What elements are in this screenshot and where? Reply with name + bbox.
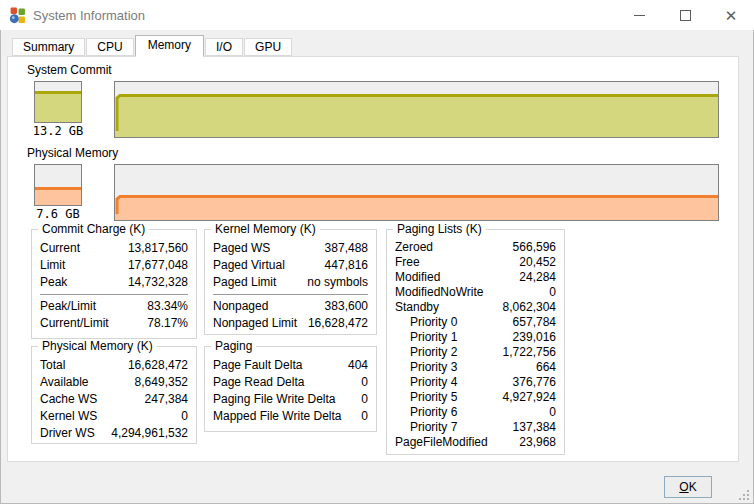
- stat-row: Available8,649,352: [36, 374, 192, 391]
- stat-row: Limit17,677,048: [36, 257, 192, 274]
- physical-memory-group-title: Physical Memory (K): [38, 339, 157, 353]
- stat-row: Paging File Write Delta0: [209, 391, 372, 408]
- stat-row: Cache WS247,384: [36, 391, 192, 408]
- stat-label: Standby: [395, 300, 439, 315]
- stat-row: Driver WS4,294,961,532: [36, 425, 192, 442]
- stat-value: 20,452: [519, 255, 556, 270]
- stat-label: Free: [395, 255, 420, 270]
- paging-rows: Page Fault Delta404Page Read Delta0Pagin…: [205, 347, 376, 425]
- tab-summary[interactable]: Summary: [12, 38, 85, 56]
- stat-label: Limit: [40, 257, 65, 274]
- stat-label: Paged WS: [213, 240, 270, 257]
- minimize-button[interactable]: [616, 0, 662, 30]
- stat-label: Priority 2: [395, 345, 457, 360]
- physical-memory-gauge-fill: [35, 187, 81, 205]
- stat-value: 0: [361, 408, 368, 425]
- system-commit-gauge-fill: [35, 91, 81, 122]
- stat-row: ModifiedNoWrite0: [391, 285, 560, 300]
- stat-value: 447,816: [325, 257, 368, 274]
- stat-value: no symbols: [307, 274, 368, 291]
- commit-charge-rows: Current13,817,560Limit17,677,048Peak14,7…: [32, 230, 196, 332]
- stat-label: Paging File Write Delta: [213, 391, 336, 408]
- stat-value: 387,488: [325, 240, 368, 257]
- ok-button[interactable]: OK: [664, 476, 712, 498]
- stat-label: PageFileModified: [395, 435, 488, 450]
- stat-row: Priority 7137,384: [391, 420, 560, 435]
- physical-memory-value: 7.6 GB: [25, 207, 91, 221]
- stat-row: Standby8,062,304: [391, 300, 560, 315]
- physical-memory-rows: Total16,628,472Available8,649,352Cache W…: [32, 347, 196, 442]
- stat-label: Priority 0: [395, 315, 457, 330]
- stat-row: Page Fault Delta404: [209, 357, 372, 374]
- tab-io[interactable]: I/O: [205, 38, 243, 56]
- paging-lists-rows: Zeroed566,596Free20,452Modified24,284Mod…: [387, 230, 564, 450]
- stat-value: 8,062,304: [503, 300, 556, 315]
- stat-label: Peak/Limit: [40, 298, 96, 315]
- stat-label: Peak: [40, 274, 67, 291]
- stat-value: 4,294,961,532: [111, 425, 188, 442]
- stat-value: 16,628,472: [308, 315, 368, 332]
- stat-label: Priority 3: [395, 360, 457, 375]
- divider: [213, 294, 368, 295]
- commit-charge-group: Commit Charge (K) Current13,817,560Limit…: [31, 229, 197, 339]
- tab-strip: Summary CPU Memory I/O GPU: [12, 35, 293, 57]
- stat-row: Page Read Delta0: [209, 374, 372, 391]
- tab-gpu[interactable]: GPU: [244, 38, 292, 56]
- stat-row: Priority 54,927,924: [391, 390, 560, 405]
- paging-lists-group: Paging Lists (K) Zeroed566,596Free20,452…: [386, 229, 565, 455]
- system-commit-value: 13.2 GB: [25, 124, 91, 138]
- stat-value: 16,628,472: [128, 357, 188, 374]
- stat-row: Kernel WS0: [36, 408, 192, 425]
- stat-value: 657,784: [513, 315, 556, 330]
- stat-value: 0: [361, 374, 368, 391]
- system-information-window: System Information ✕ Summary CPU Memory …: [0, 0, 754, 504]
- stat-row: Priority 0657,784: [391, 315, 560, 330]
- app-icon: [9, 7, 26, 24]
- ok-button-rest: K: [689, 480, 697, 494]
- stat-label: Priority 4: [395, 375, 457, 390]
- stat-value: 4,927,924: [503, 390, 556, 405]
- stat-label: Priority 5: [395, 390, 457, 405]
- stat-row: Priority 60: [391, 405, 560, 420]
- stat-label: Nonpaged Limit: [213, 315, 297, 332]
- stat-row: Priority 1239,016: [391, 330, 560, 345]
- system-commit-label: System Commit: [27, 63, 112, 77]
- resize-grip[interactable]: [739, 490, 749, 500]
- maximize-icon: [680, 10, 691, 21]
- physical-memory-group: Physical Memory (K) Total16,628,472Avail…: [31, 346, 197, 444]
- stat-row: Free20,452: [391, 255, 560, 270]
- maximize-button[interactable]: [662, 0, 708, 30]
- commit-charge-group-title: Commit Charge (K): [38, 222, 149, 236]
- stat-value: 247,384: [145, 391, 188, 408]
- stat-label: Priority 6: [395, 405, 457, 420]
- stat-row: Current/Limit78.17%: [36, 315, 192, 332]
- stat-row: Modified24,284: [391, 270, 560, 285]
- stat-value: 1,722,756: [503, 345, 556, 360]
- stat-value: 0: [361, 391, 368, 408]
- minimize-icon: [634, 15, 645, 16]
- stat-value: 239,016: [513, 330, 556, 345]
- stat-row: Peak/Limit83.34%: [36, 298, 192, 315]
- stat-label: Total: [40, 357, 65, 374]
- stat-label: Mapped File Write Delta: [213, 408, 342, 425]
- system-commit-graph: [114, 81, 719, 138]
- stat-value: 14,732,328: [128, 274, 188, 291]
- stat-row: Paged WS387,488: [209, 240, 372, 257]
- title-bar: System Information ✕: [0, 0, 754, 30]
- kernel-memory-group: Kernel Memory (K) Paged WS387,488Paged V…: [204, 229, 377, 335]
- stat-value: 83.34%: [147, 298, 188, 315]
- stat-label: Page Read Delta: [213, 374, 304, 391]
- system-commit-gauge: [34, 81, 82, 123]
- stat-label: Page Fault Delta: [213, 357, 302, 374]
- stat-value: 404: [348, 357, 368, 374]
- window-title: System Information: [33, 8, 145, 23]
- tab-memory[interactable]: Memory: [135, 35, 204, 57]
- stat-label: Driver WS: [40, 425, 95, 442]
- paging-group: Paging Page Fault Delta404Page Read Delt…: [204, 346, 377, 432]
- stat-label: Paged Virtual: [213, 257, 285, 274]
- stat-value: 13,817,560: [128, 240, 188, 257]
- kernel-memory-rows: Paged WS387,488Paged Virtual447,816Paged…: [205, 230, 376, 332]
- close-button[interactable]: ✕: [708, 0, 754, 30]
- stat-value: 383,600: [325, 298, 368, 315]
- tab-cpu[interactable]: CPU: [86, 38, 133, 56]
